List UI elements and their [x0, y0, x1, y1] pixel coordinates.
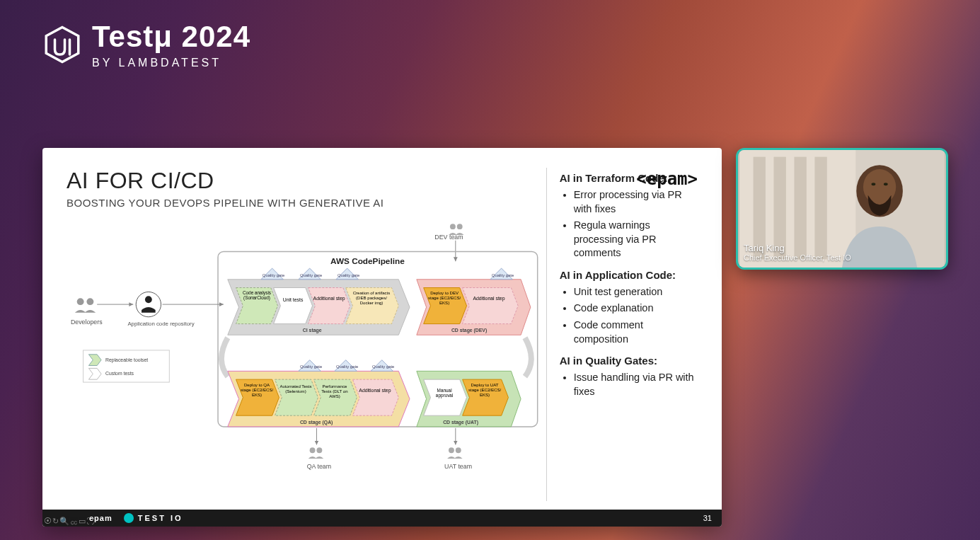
section-heading: AI in Quality Gates:: [560, 355, 698, 367]
record-icon[interactable]: ⦿: [44, 517, 52, 527]
svg-point-2: [457, 224, 463, 229]
pipeline-diagram: DEV team AWS CodePipeline Developers: [67, 219, 539, 473]
expand-icon[interactable]: ⛶: [86, 517, 94, 527]
list-item: Error processing via PR with fixes: [574, 188, 698, 216]
svg-text:CD stage (QA): CD stage (QA): [300, 420, 333, 425]
page-number: 31: [703, 514, 712, 522]
section-heading: AI in Application Code:: [560, 269, 698, 281]
svg-text:Quality gate: Quality gate: [338, 273, 359, 277]
svg-text:CD stage (UAT): CD stage (UAT): [443, 420, 478, 425]
cc-icon[interactable]: ㏄: [70, 517, 78, 527]
footer-brand-testio: TEST IO: [138, 514, 183, 522]
presentation-slide: AI FOR CI/CD BOOSTING YOUR DEVOPS PIPELI…: [42, 148, 722, 527]
svg-text:UAT team: UAT team: [444, 463, 472, 470]
svg-point-55: [310, 447, 316, 453]
player-controls[interactable]: ⦿ ↻ 🔍 ㏄ ▭ ⛶: [44, 517, 94, 527]
list-item: Regula warnings processing via PR commen…: [574, 219, 698, 260]
event-logo: Testμ 2024 BY LAMBDATEST: [42, 20, 250, 69]
slide-subtitle: BOOSTING YOUR DEVOPS PIPELINE WITH GENER…: [67, 197, 539, 209]
svg-text:Replaceable toolset: Replaceable toolset: [105, 357, 148, 363]
svg-text:Quality gate: Quality gate: [263, 273, 284, 277]
event-title: Testμ 2024: [92, 20, 250, 54]
svg-text:DEV team: DEV team: [434, 234, 463, 241]
event-byline: BY LAMBDATEST: [92, 57, 250, 69]
svg-point-1: [450, 224, 456, 229]
ai-sections: AI in Terraform Code: Error processing v…: [546, 168, 698, 501]
refresh-icon[interactable]: ↻: [52, 517, 59, 527]
svg-text:CI stage: CI stage: [303, 328, 322, 333]
window-icon[interactable]: ▭: [79, 517, 86, 527]
svg-text:CD stage (DEV): CD stage (DEV): [451, 328, 487, 333]
svg-marker-0: [46, 28, 79, 62]
testio-dot-icon: [124, 513, 134, 523]
svg-point-71: [884, 183, 888, 185]
svg-point-11: [136, 292, 161, 316]
svg-point-8: [86, 298, 93, 305]
speaker-role: Chief Executive Officer, Test IO: [744, 253, 851, 262]
speaker-webcam: Tariq King Chief Executive Officer, Test…: [736, 148, 948, 270]
svg-text:Quality gate: Quality gate: [372, 364, 394, 369]
list-item: Code comment composition: [574, 318, 698, 346]
svg-text:Application code repository: Application code repository: [127, 321, 194, 327]
svg-point-56: [316, 447, 322, 453]
svg-point-59: [449, 447, 454, 453]
svg-text:Quality gate: Quality gate: [336, 364, 358, 369]
svg-point-12: [145, 296, 152, 303]
list-item: Code explanation: [574, 301, 698, 316]
svg-text:Quality gate: Quality gate: [492, 273, 514, 277]
speaker-name: Tariq King: [744, 243, 851, 253]
slide-title: AI FOR CI/CD: [67, 168, 539, 194]
search-icon[interactable]: 🔍: [59, 517, 69, 527]
svg-point-69: [863, 169, 896, 205]
svg-text:QA team: QA team: [307, 463, 331, 470]
svg-text:Quality gate: Quality gate: [300, 364, 322, 369]
testmu-mark-icon: [42, 25, 82, 64]
svg-point-70: [872, 183, 876, 185]
slide-footer: ⦿ ↻ 🔍 ㏄ ▭ ⛶ epam TEST IO 31: [42, 510, 722, 527]
svg-point-7: [77, 298, 84, 305]
svg-text:Developers: Developers: [71, 318, 103, 326]
svg-point-60: [456, 447, 461, 453]
svg-text:AWS CodePipeline: AWS CodePipeline: [330, 256, 405, 265]
epam-logo: <epam>: [636, 169, 698, 189]
list-item: Unit test generation: [574, 285, 698, 299]
list-item: Issue handling via PR with fixes: [574, 371, 698, 398]
svg-text:Custom tests: Custom tests: [105, 371, 134, 376]
svg-text:Quality gate: Quality gate: [300, 273, 322, 277]
